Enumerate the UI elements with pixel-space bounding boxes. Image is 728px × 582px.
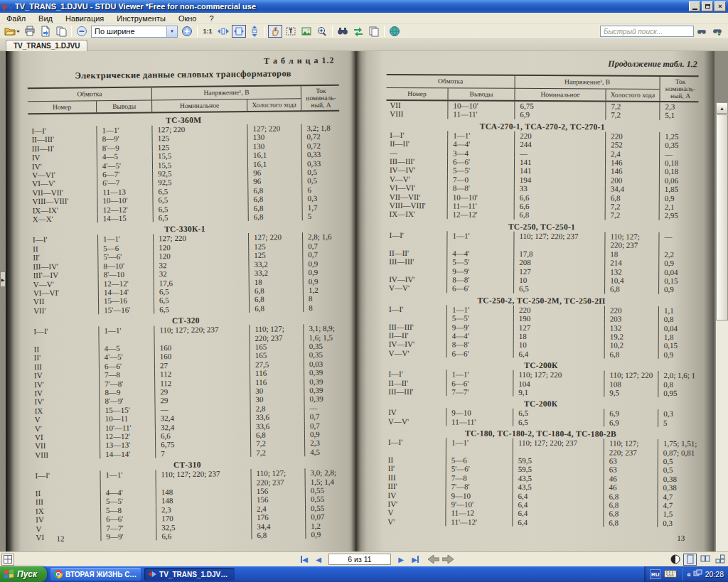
section-title: ТС-200К <box>385 399 697 409</box>
zoom-out-button[interactable] <box>75 25 89 38</box>
find-next-button[interactable] <box>695 25 709 38</box>
table-cell: VI <box>32 532 100 541</box>
minimize-button[interactable] <box>689 1 700 11</box>
windows-update-icon[interactable] <box>693 568 702 581</box>
table-cell: 14—15 <box>97 213 153 222</box>
settings-button[interactable] <box>387 25 402 38</box>
table-cell: 6,75 <box>514 102 605 111</box>
table-cell: I—I' <box>28 126 96 135</box>
close-button[interactable]: × <box>714 1 726 11</box>
previous-page-button[interactable]: ◀ <box>311 554 326 566</box>
facing-pages-layout-button[interactable] <box>698 554 712 566</box>
table-cell: 7'—8' <box>99 379 154 388</box>
toolbar-separator <box>71 26 72 37</box>
select-image-tool-button[interactable] <box>299 25 314 38</box>
page-indicator-input[interactable]: 6 из 11 <box>328 554 391 565</box>
tray-chevron-icon[interactable]: « <box>687 571 691 578</box>
last-page-button[interactable]: ▶ <box>408 554 422 566</box>
brightness-button[interactable] <box>668 554 682 566</box>
binoculars-icon <box>337 26 348 37</box>
history-back-button[interactable] <box>427 554 441 566</box>
print-button[interactable] <box>23 25 37 38</box>
hand-tool-button[interactable] <box>268 25 282 38</box>
table-cell: 0,9 <box>658 285 700 294</box>
table-cell: 1,8 <box>658 333 700 342</box>
scroll-up-button[interactable]: ▲ <box>716 102 728 114</box>
table-cell: VIII—VIII' <box>386 201 447 210</box>
menu-window[interactable]: Окно <box>172 14 203 23</box>
zoom-region-tool-button[interactable] <box>315 25 329 38</box>
first-page-button[interactable]: ◀ <box>297 554 311 566</box>
restore-button[interactable] <box>702 1 713 11</box>
search-button[interactable] <box>336 25 350 38</box>
copy-selection-button[interactable] <box>367 25 381 38</box>
taskbar-item-stdu[interactable]: TV_TRANS_1.DJVU - S... <box>144 568 235 581</box>
menu-file[interactable]: Файл <box>0 14 32 23</box>
fit-page-button[interactable] <box>232 25 246 38</box>
keyboard-icon[interactable] <box>664 568 677 581</box>
single-page-icon <box>685 554 695 564</box>
fit-width-button[interactable] <box>216 25 230 38</box>
open-file-button[interactable] <box>4 25 21 38</box>
single-page-layout-button[interactable] <box>683 554 697 566</box>
table-cell: 244 <box>514 140 605 149</box>
table-cell: 110; 127; 220; 237 <box>604 232 658 249</box>
vertical-scrollbar[interactable]: ▲ ▼ <box>716 102 728 551</box>
history-forward-button[interactable] <box>441 554 455 566</box>
table-cell: 9—10 <box>446 409 513 418</box>
navigate-arrows-button[interactable] <box>351 25 365 38</box>
table-cell: 0,8 <box>658 315 700 324</box>
zoom-mode-select[interactable]: По ширине ▼ <box>91 26 178 38</box>
menu-tools[interactable]: Инструменты <box>110 14 172 23</box>
table-cell: 110; 127; 220 <box>604 371 658 380</box>
taskbar-item-browser[interactable]: ВТОРАЯ ЖИЗНЬ СТАРО... <box>50 568 141 581</box>
facing-first-layout-button[interactable] <box>713 554 727 566</box>
export-page-button[interactable] <box>38 25 53 38</box>
table-header: Обмотка Напряжение¹, В Ток номиналь- ный… <box>28 85 339 115</box>
language-indicator[interactable]: RU <box>650 569 660 579</box>
menu-help[interactable]: ? <box>203 14 220 23</box>
table-cell: 156 <box>251 486 305 495</box>
table-cell: 7,2 <box>605 111 659 120</box>
fit-height-icon <box>249 26 260 37</box>
table-cell: 0,35 <box>659 141 700 150</box>
binoculars-icon <box>697 26 707 36</box>
table-cell: 8'—9' <box>99 397 154 406</box>
menu-navigation[interactable]: Навигация <box>59 14 110 23</box>
table-cell: 5—5' <box>446 313 513 323</box>
table-cell: 6,5 <box>513 418 604 427</box>
table-cell: III <box>385 473 446 483</box>
table-rows: I—I'1—1'110; 127; 220; 237110; 127; 220;… <box>385 231 697 294</box>
table-cell: II—III' <box>28 135 97 144</box>
fit-height-button[interactable] <box>247 25 262 38</box>
start-button[interactable]: Пуск <box>0 566 47 582</box>
table-cell: IX <box>32 506 100 515</box>
table-cell: 6,8 <box>604 492 658 501</box>
table-cell: 0,9 <box>302 259 342 268</box>
document-viewport[interactable]: Т а б л и ц а 1.2 Электрические данные с… <box>0 51 728 551</box>
folder-open-icon <box>4 26 16 37</box>
table-cell: 7—8 <box>99 370 154 379</box>
tab-bar: TV_TRANS_1.DJVU <box>0 39 728 51</box>
quick-search-input[interactable] <box>600 26 694 37</box>
table-cell: 110; 127; 220 <box>513 370 604 379</box>
document-tab[interactable]: TV_TRANS_1.DJVU <box>6 40 87 51</box>
scrollbar-thumb[interactable] <box>716 114 728 320</box>
find-prev-button[interactable] <box>710 25 724 38</box>
copy-icon <box>368 26 380 37</box>
table-cell: 0,9 <box>659 194 700 203</box>
zoom-in-button[interactable] <box>180 25 194 38</box>
table-cell: VII <box>386 101 447 110</box>
menu-view[interactable]: Вид <box>32 14 59 23</box>
select-text-tool-button[interactable] <box>284 25 298 38</box>
table-header: Обмотка Напряжение¹, В Ток номиналь- ный… <box>386 74 698 102</box>
sidebar-expander[interactable]: ▶ <box>0 271 6 287</box>
toolbar-separator <box>264 26 265 37</box>
thumbnails-panel-button[interactable] <box>1 554 14 566</box>
combo-arrow-icon[interactable]: ▼ <box>166 26 177 37</box>
table-sections: ТС-360МI—I'1—1'127; 220127; 2203,2; 1,8I… <box>28 114 343 542</box>
actual-size-button[interactable]: 1:1 <box>200 25 215 38</box>
table-cell: 0,39 <box>304 394 343 404</box>
copy-page-button[interactable] <box>54 25 68 38</box>
next-page-button[interactable]: ▶ <box>394 554 408 566</box>
